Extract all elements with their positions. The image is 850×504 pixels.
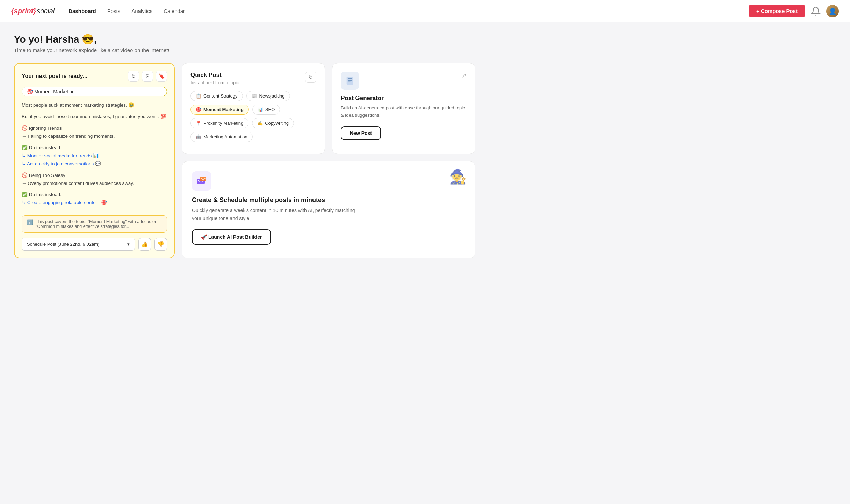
logo: {sprint} social (11, 7, 55, 15)
main-content: Yo yo! Harsha 😎, Time to make your netwo… (0, 22, 489, 269)
next-post-title: Your next post is ready... (22, 73, 87, 79)
ai-schedule-description: Quickly generate a week's content in 10 … (192, 207, 360, 222)
greeting-subtitle: Time to make your network explode like a… (14, 47, 475, 53)
topic-badge: 🎯 Moment Marketing (22, 87, 167, 96)
svg-rect-0 (347, 77, 353, 85)
multi-post-icon (196, 176, 208, 186)
quick-post-title-group: Quick Post Instant post from a topic. (190, 72, 240, 91)
quick-post-refresh-button[interactable]: ↻ (305, 72, 316, 83)
avatar[interactable]: 👤 (826, 5, 839, 17)
compose-post-button[interactable]: + Compose Post (749, 5, 805, 17)
post-line-3: 🚫 Ignoring Trends→ Failing to capitalize… (22, 124, 167, 141)
schedule-post-button[interactable]: Schedule Post (June 22nd, 9:02am) ▾ (22, 238, 135, 251)
post-line-6: ✅ Do this instead:↳ Create engaging, rel… (22, 191, 167, 207)
post-gen-icon (341, 72, 359, 90)
post-line-2: But if you avoid these 5 common mistakes… (22, 113, 167, 121)
avatar-image: 👤 (826, 5, 839, 17)
chevron-down-icon: ▾ (127, 242, 130, 247)
nav-posts[interactable]: Posts (107, 7, 121, 15)
post-gen-title: Post Generator (341, 95, 467, 102)
pill-copywriting[interactable]: ✍️ Copywriting (252, 118, 294, 128)
new-post-button[interactable]: New Post (341, 126, 381, 140)
post-line-5: 🚫 Being Too Salesy→ Overly promotional c… (22, 172, 167, 188)
quick-post-subtitle: Instant post from a topic. (190, 80, 240, 85)
quick-post-header: Quick Post Instant post from a topic. ↻ (190, 72, 316, 91)
pill-marketing-automation[interactable]: 🤖 Marketing Automation (190, 132, 253, 142)
post-info-text: This post covers the topic: "Moment Mark… (36, 219, 162, 229)
dashboard-grid: Your next post is ready... ↻ ⎘ 🔖 🎯 Momen… (14, 63, 475, 258)
pill-newsjacking[interactable]: 📰 Newsjacking (246, 91, 290, 101)
post-line-1: Most people suck at moment marketing str… (22, 101, 167, 109)
schedule-label: Schedule Post (June 22nd, 9:02am) (27, 242, 99, 247)
wizard-icon: 🧙 (449, 168, 467, 185)
nav-right: + Compose Post 👤 (749, 5, 839, 17)
thumbs-down-button[interactable]: 👎 (154, 238, 167, 251)
document-icon (345, 76, 355, 86)
next-post-header: Your next post is ready... ↻ ⎘ 🔖 (22, 71, 167, 82)
notification-bell-icon[interactable] (811, 6, 821, 16)
nav-dashboard[interactable]: Dashboard (69, 7, 96, 15)
quick-post-title: Quick Post (190, 72, 240, 79)
nav-links: Dashboard Posts Analytics Calendar (69, 7, 749, 15)
quick-post-card: Quick Post Instant post from a topic. ↻ … (182, 63, 325, 154)
bookmark-post-button[interactable]: 🔖 (156, 71, 167, 82)
info-icon: ℹ️ (27, 219, 33, 225)
post-gen-description: Build an AI-generated post with ease thr… (341, 105, 467, 119)
post-info-bar: ℹ️ This post covers the topic: "Moment M… (22, 215, 167, 233)
navbar: {sprint} social Dashboard Posts Analytic… (0, 0, 850, 22)
nav-analytics[interactable]: Analytics (131, 7, 152, 15)
pill-proximity-marketing[interactable]: 📍 Proximity Marketing (190, 118, 248, 128)
schedule-bar: Schedule Post (June 22nd, 9:02am) ▾ 👍 👎 (22, 238, 167, 251)
pill-seo[interactable]: 📊 SEO (252, 105, 280, 115)
nav-calendar[interactable]: Calendar (164, 7, 185, 15)
refresh-post-button[interactable]: ↻ (128, 71, 139, 82)
greeting-title: Yo yo! Harsha 😎, (14, 34, 475, 45)
post-generator-card: ↗ Post Generator Build an AI-generated p… (332, 63, 475, 154)
copy-post-button[interactable]: ⎘ (142, 71, 153, 82)
pill-content-strategy[interactable]: 📋 Content Strategy (190, 91, 243, 101)
logo-sprint: {sprint} (11, 7, 36, 15)
topic-pills: 📋 Content Strategy 📰 Newsjacking 🎯 Momen… (190, 91, 316, 142)
launch-ai-builder-button[interactable]: 🚀 Launch AI Post Builder (192, 229, 271, 245)
next-post-card: Your next post is ready... ↻ ⎘ 🔖 🎯 Momen… (14, 63, 175, 258)
next-post-actions: ↻ ⎘ 🔖 (128, 71, 167, 82)
post-content: Most people suck at moment marketing str… (22, 101, 167, 210)
ai-schedule-title: Create & Schedule multiple posts in minu… (192, 196, 465, 204)
expand-icon[interactable]: ↗ (461, 72, 467, 79)
thumbs-up-button[interactable]: 👍 (138, 238, 151, 251)
ai-schedule-icon (192, 171, 211, 191)
svg-rect-2 (200, 177, 206, 181)
post-gen-header: ↗ (341, 72, 467, 95)
ai-schedule-card: 🧙 Create & Schedule multiple posts in mi… (182, 161, 475, 258)
post-line-4: ✅ Do this instead:↳ Monitor social media… (22, 144, 167, 168)
pill-moment-marketing[interactable]: 🎯 Moment Marketing (190, 105, 249, 115)
logo-social: social (37, 7, 55, 15)
